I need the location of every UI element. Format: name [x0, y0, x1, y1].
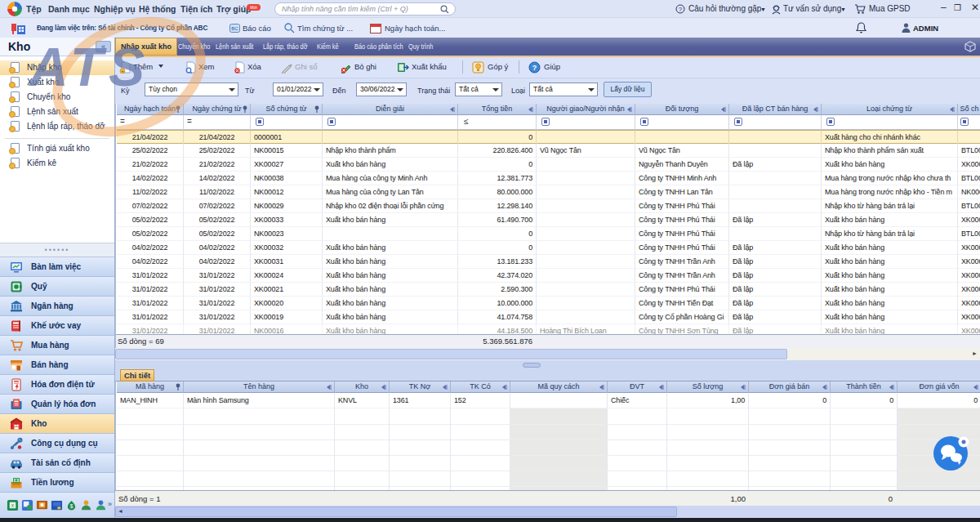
svg-text:BC: BC	[231, 26, 238, 31]
svg-text:?: ?	[532, 64, 537, 72]
svg-text:+: +	[121, 69, 124, 74]
svg-text:$: $	[70, 503, 74, 509]
svg-text:?: ?	[679, 6, 683, 13]
